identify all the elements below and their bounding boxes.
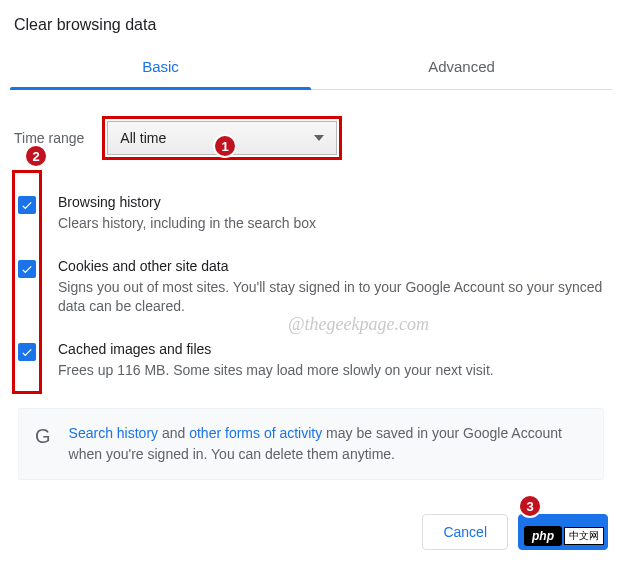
php-badge: php [524, 526, 562, 546]
time-range-label: Time range [14, 130, 84, 146]
annotation-badge-3: 3 [518, 494, 542, 518]
php-tail: 中文网 [564, 527, 604, 545]
chevron-down-icon [314, 135, 324, 141]
dialog-title: Clear browsing data [10, 10, 612, 46]
tab-basic[interactable]: Basic [10, 46, 311, 89]
cancel-button[interactable]: Cancel [422, 514, 508, 550]
option-title: Cookies and other site data [58, 258, 604, 274]
check-icon [20, 262, 34, 276]
checkbox-cookies[interactable] [18, 260, 36, 278]
google-logo-icon: G [35, 423, 51, 446]
option-desc: Frees up 116 MB. Some sites may load mor… [58, 361, 604, 381]
annotation-badge-2: 2 [24, 144, 48, 168]
info-box: G Search history and other forms of acti… [18, 408, 604, 480]
check-icon [20, 198, 34, 212]
link-search-history[interactable]: Search history [69, 425, 158, 441]
option-desc: Clears history, including in the search … [58, 214, 604, 234]
info-text: Search history and other forms of activi… [69, 423, 587, 465]
option-title: Browsing history [58, 194, 604, 210]
check-icon [20, 345, 34, 359]
info-sep: and [158, 425, 189, 441]
checkbox-cache[interactable] [18, 343, 36, 361]
source-watermark: php 中文网 [524, 526, 604, 546]
time-range-value: All time [120, 130, 166, 146]
checkbox-browsing-history[interactable] [18, 196, 36, 214]
option-title: Cached images and files [58, 341, 604, 357]
option-desc: Signs you out of most sites. You'll stay… [58, 278, 604, 317]
link-other-activity[interactable]: other forms of activity [189, 425, 322, 441]
tabs: Basic Advanced [10, 46, 612, 90]
annotation-badge-1: 1 [213, 134, 237, 158]
tab-advanced[interactable]: Advanced [311, 46, 612, 89]
